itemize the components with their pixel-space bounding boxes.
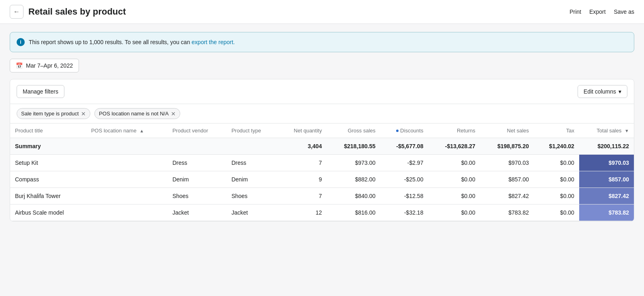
col-returns: Returns: [428, 124, 480, 138]
edit-columns-button[interactable]: Edit columns ▾: [578, 85, 627, 98]
row-0-total-sales: $970.03: [579, 155, 634, 171]
row-1-tax: $0.00: [534, 171, 579, 188]
row-2-total-sales: $827.42: [579, 188, 634, 204]
summary-label: Summary: [10, 138, 86, 155]
row-2-pos-location: [86, 188, 168, 204]
summary-row: Summary 3,404 $218,180.55 -$5,677.08 -$1…: [10, 138, 634, 155]
summary-discounts: -$5,677.08: [380, 138, 428, 155]
export-button[interactable]: Export: [589, 9, 606, 15]
row-0-vendor: Dress: [168, 155, 227, 171]
row-3-tax: $0.00: [534, 204, 579, 221]
col-product-title: Product title: [10, 124, 86, 138]
calendar-icon: 📅: [16, 62, 23, 69]
filter-tag-1: POS location name is not N/A ✕: [94, 108, 180, 119]
row-3-discounts: -$32.18: [380, 204, 428, 221]
row-2-net-qty: 7: [277, 188, 326, 204]
row-2-tax: $0.00: [534, 188, 579, 204]
row-2-net-sales: $827.42: [480, 188, 533, 204]
date-section: 📅 Mar 7–Apr 6, 2022: [0, 59, 644, 79]
filter-tag-close-0[interactable]: ✕: [81, 111, 86, 117]
summary-returns: -$13,628.27: [428, 138, 480, 155]
table-row: Airbus Scale model Jacket Jacket 12 $816…: [10, 204, 634, 221]
row-3-product-title: Airbus Scale model: [10, 204, 86, 221]
row-0-returns: $0.00: [428, 155, 480, 171]
header-left: ← Retail sales by product: [10, 5, 126, 19]
data-table: Product title POS location name ▲ Produc…: [10, 124, 634, 221]
row-1-returns: $0.00: [428, 171, 480, 188]
row-2-returns: $0.00: [428, 188, 480, 204]
row-1-type: Denim: [226, 171, 277, 188]
col-pos-location-label: POS location name: [91, 128, 136, 134]
col-net-quantity: Net quantity: [277, 124, 326, 138]
discounts-dot: [396, 130, 399, 132]
table-row: Compass Denim Denim 9 $882.00 -$25.00 $0…: [10, 171, 634, 188]
row-1-net-qty: 9: [277, 171, 326, 188]
row-1-total-sales: $857.00: [579, 171, 634, 188]
filter-tag-label-0: Sale item type is product: [21, 111, 79, 117]
table-header-row: Product title POS location name ▲ Produc…: [10, 124, 634, 138]
manage-filters-button[interactable]: Manage filters: [17, 85, 64, 98]
filter-tag-label-1: POS location name is not N/A: [99, 111, 168, 117]
filter-tags: Sale item type is product ✕ POS location…: [10, 104, 634, 124]
table-row: Setup Kit Dress Dress 7 $973.00 -$2.97 $…: [10, 155, 634, 171]
table-row: Burj Khalifa Tower Shoes Shoes 7 $840.00…: [10, 188, 634, 204]
row-0-type: Dress: [226, 155, 277, 171]
filter-tag-0: Sale item type is product ✕: [17, 108, 90, 119]
row-1-gross-sales: $882.00: [327, 171, 380, 188]
summary-net-quantity: 3,404: [277, 138, 326, 155]
date-range-button[interactable]: 📅 Mar 7–Apr 6, 2022: [10, 59, 79, 72]
export-link[interactable]: export the report.: [192, 39, 235, 45]
row-2-discounts: -$12.58: [380, 188, 428, 204]
summary-pos: [86, 138, 168, 155]
col-product-type: Product type: [226, 124, 277, 138]
chevron-down-icon: ▾: [618, 88, 621, 95]
main-card: Manage filters Edit columns ▾ Sale item …: [10, 79, 634, 221]
sort-asc-icon: ▲: [140, 128, 144, 133]
row-2-gross-sales: $840.00: [327, 188, 380, 204]
row-3-vendor: Jacket: [168, 204, 227, 221]
row-0-pos-location: [86, 155, 168, 171]
col-total-sales[interactable]: Total sales ▼: [579, 124, 634, 138]
summary-gross-sales: $218,180.55: [327, 138, 380, 155]
col-discounts-label: Discounts: [400, 128, 423, 134]
col-gross-sales: Gross sales: [327, 124, 380, 138]
summary-tax: $1,240.02: [534, 138, 579, 155]
summary-net-sales: $198,875.20: [480, 138, 533, 155]
row-0-product-title: Setup Kit: [10, 155, 86, 171]
row-2-product-title: Burj Khalifa Tower: [10, 188, 86, 204]
col-tax: Tax: [534, 124, 579, 138]
info-icon: i: [17, 38, 25, 46]
filter-tag-close-1[interactable]: ✕: [171, 111, 176, 117]
row-3-total-sales: $783.82: [579, 204, 634, 221]
summary-total-sales: $200,115.22: [579, 138, 634, 155]
col-net-sales: Net sales: [480, 124, 533, 138]
row-0-net-qty: 7: [277, 155, 326, 171]
col-total-sales-label: Total sales: [597, 128, 621, 134]
edit-columns-label: Edit columns: [584, 88, 616, 95]
save-as-button[interactable]: Save as: [614, 9, 634, 15]
row-1-product-title: Compass: [10, 171, 86, 188]
row-1-net-sales: $857.00: [480, 171, 533, 188]
row-0-tax: $0.00: [534, 155, 579, 171]
back-button[interactable]: ←: [10, 5, 23, 19]
table-header: Product title POS location name ▲ Produc…: [10, 124, 634, 138]
summary-vendor: [168, 138, 227, 155]
info-banner: i This report shows up to 1,000 results.…: [10, 32, 634, 52]
row-1-pos-location: [86, 171, 168, 188]
row-3-returns: $0.00: [428, 204, 480, 221]
header-actions: Print Export Save as: [569, 9, 634, 15]
filters-toolbar: Manage filters Edit columns ▾: [10, 79, 634, 104]
row-3-type: Jacket: [226, 204, 277, 221]
col-pos-location[interactable]: POS location name ▲: [86, 124, 168, 138]
page: ← Retail sales by product Print Export S…: [0, 0, 644, 296]
table-body: Summary 3,404 $218,180.55 -$5,677.08 -$1…: [10, 138, 634, 221]
summary-type: [226, 138, 277, 155]
print-button[interactable]: Print: [569, 9, 581, 15]
col-product-vendor: Product vendor: [168, 124, 227, 138]
page-title: Retail sales by product: [28, 6, 126, 17]
row-2-vendor: Shoes: [168, 188, 227, 204]
header: ← Retail sales by product Print Export S…: [0, 0, 644, 24]
row-3-pos-location: [86, 204, 168, 221]
row-0-discounts: -$2.97: [380, 155, 428, 171]
row-3-net-qty: 12: [277, 204, 326, 221]
